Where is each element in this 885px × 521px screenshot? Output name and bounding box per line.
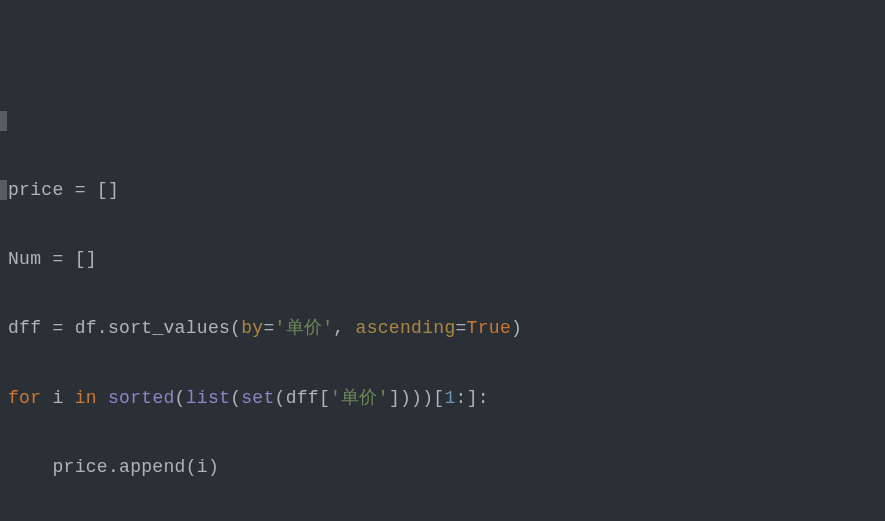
paren: ) [208, 457, 219, 477]
keyword-in: in [75, 388, 97, 408]
identifier: i [52, 388, 63, 408]
paren: ( [275, 388, 286, 408]
bracket: ] [389, 388, 400, 408]
dot: . [108, 457, 119, 477]
paren: ) [422, 388, 433, 408]
identifier: price [52, 457, 108, 477]
bracket: [ [433, 388, 444, 408]
builtin-sorted: sorted [108, 388, 175, 408]
code-editor[interactable]: price = [] Num = [] dff = df.sort_values… [0, 0, 885, 521]
number-literal: 1 [444, 388, 455, 408]
paren: ( [230, 388, 241, 408]
list-literal: [] [75, 249, 97, 269]
string-literal: '单价' [275, 318, 334, 338]
identifier: price [8, 180, 64, 200]
identifier: Num [8, 249, 41, 269]
paren: ( [186, 457, 197, 477]
operator-eq: = [75, 180, 86, 200]
keyword-for: for [8, 388, 41, 408]
identifier: dff [8, 318, 41, 338]
code-line: price.append(i) [8, 450, 885, 485]
gutter-fold-marker [0, 111, 7, 131]
code-line: dff = df.sort_values(by='单价', ascending=… [8, 311, 885, 346]
colon: : [478, 388, 489, 408]
builtin-list: list [186, 388, 230, 408]
identifier: df [75, 318, 97, 338]
paren: ( [230, 318, 241, 338]
code-line: for i in sorted(list(set(dff['单价'])))[1:… [8, 381, 885, 416]
comma: , [333, 318, 355, 338]
operator-eq: = [52, 249, 63, 269]
bracket: ] [467, 388, 478, 408]
identifier: dff [286, 388, 319, 408]
dot: . [97, 318, 108, 338]
paren: ( [175, 388, 186, 408]
builtin-set: set [241, 388, 274, 408]
code-line: Num = [] [8, 242, 885, 277]
identifier: i [197, 457, 208, 477]
kwarg-name: ascending [356, 318, 456, 338]
code-line: price = [] [8, 173, 885, 208]
paren: ) [411, 388, 422, 408]
colon: : [456, 388, 467, 408]
bracket: [ [319, 388, 330, 408]
method: sort_values [108, 318, 230, 338]
operator-eq: = [52, 318, 63, 338]
paren: ) [511, 318, 522, 338]
operator-eq: = [263, 318, 274, 338]
string-literal: '单价' [330, 388, 389, 408]
gutter-fold-marker [0, 180, 7, 200]
kwarg-name: by [241, 318, 263, 338]
operator-eq: = [455, 318, 466, 338]
method: append [119, 457, 186, 477]
paren: ) [400, 388, 411, 408]
keyword-true: True [467, 318, 511, 338]
list-literal: [] [97, 180, 119, 200]
